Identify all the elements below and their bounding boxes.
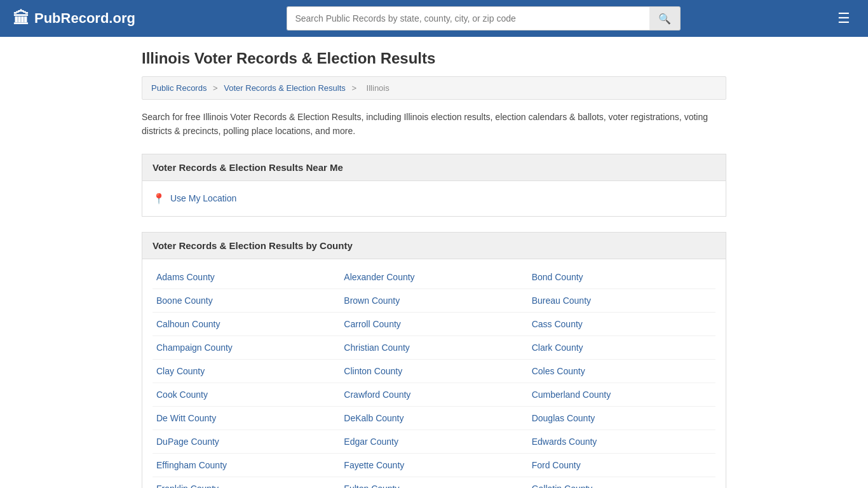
county-cell: Cumberland County [528,383,715,406]
county-link[interactable]: De Witt County [156,413,216,423]
hamburger-icon: ☰ [837,10,850,26]
county-cell: De Witt County [153,407,340,430]
county-cell: Bureau County [528,289,715,312]
county-cell: Fayette County [340,454,527,477]
table-row: Cook CountyCrawford CountyCumberland Cou… [153,383,715,407]
county-cell: Bond County [528,266,715,288]
county-cell: DuPage County [153,430,340,453]
use-my-location-label: Use My Location [170,193,236,203]
table-row: Franklin CountyFulton CountyGallatin Cou… [153,477,715,488]
county-cell: Clark County [528,336,715,359]
county-link[interactable]: Ford County [532,460,581,470]
county-link[interactable]: Effingham County [156,460,227,470]
county-cell: Gallatin County [528,477,715,488]
table-row: Effingham CountyFayette CountyFord Count… [153,454,715,477]
location-icon: 📍 [153,193,165,205]
county-link[interactable]: Cook County [156,390,208,400]
county-link[interactable]: Clay County [156,366,205,376]
county-cell: Coles County [528,360,715,383]
county-link[interactable]: Bureau County [532,295,591,306]
county-cell: Edgar County [340,430,527,453]
main-content: Illinois Voter Records & Election Result… [129,37,739,488]
near-me-section-header: Voter Records & Election Results Near Me [142,154,726,181]
county-link[interactable]: Calhoun County [156,319,220,329]
page-title: Illinois Voter Records & Election Result… [142,50,726,67]
county-grid: Adams CountyAlexander CountyBond CountyB… [142,259,726,488]
county-link[interactable]: Bond County [532,272,583,282]
county-link[interactable]: Brown County [344,295,400,306]
logo-icon: 🏛 [13,9,29,29]
county-cell: Edwards County [528,430,715,453]
search-input[interactable] [287,6,649,30]
breadcrumb-separator-1: > [213,83,220,93]
county-link[interactable]: Douglas County [532,413,595,423]
breadcrumb: Public Records > Voter Records & Electio… [142,76,726,100]
county-cell: Cass County [528,313,715,336]
county-link[interactable]: DeKalb County [344,413,403,423]
county-link[interactable]: Alexander County [344,272,414,282]
county-link[interactable]: Fayette County [344,460,404,470]
county-link[interactable]: Edwards County [532,437,597,447]
county-link[interactable]: Clinton County [344,366,402,376]
county-cell: Clinton County [340,360,527,383]
county-cell: Brown County [340,289,527,312]
menu-button[interactable]: ☰ [832,8,855,29]
county-link[interactable]: Christian County [344,342,410,353]
county-link[interactable]: Crawford County [344,390,410,400]
table-row: Boone CountyBrown CountyBureau County [153,289,715,313]
table-row: Calhoun CountyCarroll CountyCass County [153,313,715,336]
county-cell: Crawford County [340,383,527,406]
logo-link[interactable]: 🏛 PubRecord.org [13,9,135,29]
county-link[interactable]: Franklin County [156,484,219,488]
county-link[interactable]: Cass County [532,319,583,329]
county-cell: Clay County [153,360,340,383]
county-cell: Franklin County [153,477,340,488]
county-link[interactable]: DuPage County [156,437,219,447]
county-cell: Christian County [340,336,527,359]
county-cell: Ford County [528,454,715,477]
county-link[interactable]: Gallatin County [532,484,593,488]
county-link[interactable]: Boone County [156,295,213,306]
county-cell: Champaign County [153,336,340,359]
table-row: De Witt CountyDeKalb CountyDouglas Count… [153,407,715,430]
search-button[interactable]: 🔍 [649,6,681,30]
county-cell: Effingham County [153,454,340,477]
search-area: 🔍 [287,6,681,30]
county-link[interactable]: Champaign County [156,342,233,353]
county-cell: Adams County [153,266,340,288]
page-description: Search for free Illinois Voter Records &… [142,110,726,139]
county-link[interactable]: Clark County [532,342,583,353]
logo-text: PubRecord.org [34,10,135,27]
county-link[interactable]: Adams County [156,272,215,282]
county-cell: Cook County [153,383,340,406]
by-county-section-header: Voter Records & Election Results by Coun… [142,232,726,259]
near-me-section-content: 📍 Use My Location [142,181,726,217]
county-link[interactable]: Fulton County [344,484,399,488]
county-link[interactable]: Cumberland County [532,390,611,400]
table-row: Clay CountyClinton CountyColes County [153,360,715,383]
county-cell: Alexander County [340,266,527,288]
county-link[interactable]: Carroll County [344,319,400,329]
county-cell: Calhoun County [153,313,340,336]
county-cell: Fulton County [340,477,527,488]
county-cell: Carroll County [340,313,527,336]
table-row: Champaign CountyChristian CountyClark Co… [153,336,715,360]
breadcrumb-current: Illinois [367,83,390,93]
breadcrumb-separator-2: > [351,83,358,93]
county-cell: DeKalb County [340,407,527,430]
site-header: 🏛 PubRecord.org 🔍 ☰ [0,0,868,37]
breadcrumb-public-records[interactable]: Public Records [151,83,207,93]
search-icon: 🔍 [658,13,671,24]
table-row: DuPage CountyEdgar CountyEdwards County [153,430,715,454]
county-link[interactable]: Edgar County [344,437,398,447]
table-row: Adams CountyAlexander CountyBond County [153,266,715,289]
county-link[interactable]: Coles County [532,366,585,376]
county-cell: Douglas County [528,407,715,430]
county-cell: Boone County [153,289,340,312]
breadcrumb-voter-records[interactable]: Voter Records & Election Results [224,83,345,93]
use-my-location-button[interactable]: 📍 Use My Location [153,190,236,207]
